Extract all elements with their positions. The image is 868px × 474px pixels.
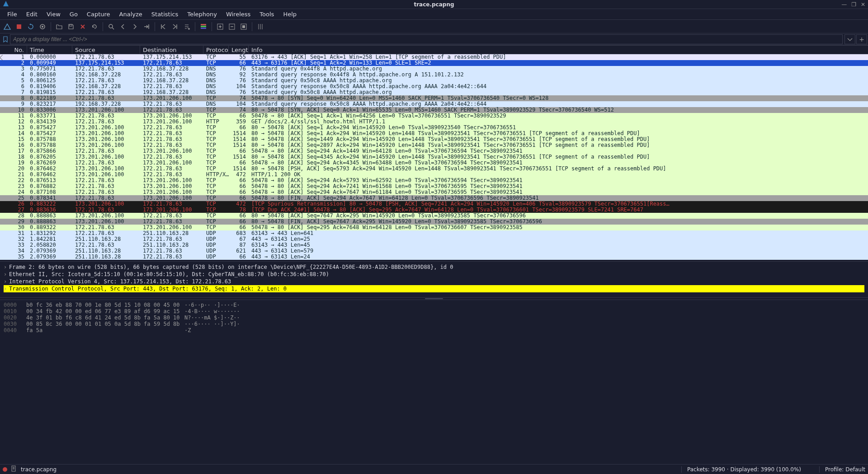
packet-row[interactable]: 342.079369251.110.163.28172.21.78.63UDP6… (0, 248, 868, 254)
menu-telephony[interactable]: Telephony (183, 9, 222, 19)
auto-scroll-icon[interactable] (181, 21, 192, 32)
packet-row[interactable]: 160.875788173.201.206.100172.21.78.63TCP… (0, 142, 868, 148)
zoom-out-icon[interactable] (226, 21, 237, 32)
menu-wireless[interactable]: Wireless (222, 9, 255, 19)
open-file-icon[interactable] (54, 21, 65, 32)
close-button[interactable]: ✕ (861, 1, 865, 8)
filter-add-button[interactable]: + (856, 34, 867, 44)
packet-list-body[interactable]: 10.000000172.21.78.63137.175.214.153TCP5… (0, 54, 868, 261)
go-forward-icon[interactable] (129, 21, 140, 32)
detail-line[interactable]: ›Transmission Control Protocol, Src Port… (4, 285, 864, 292)
packet-row[interactable]: 150.875788173.201.206.100172.21.78.63TCP… (0, 136, 868, 142)
packet-row[interactable]: 321.842281251.110.163.28172.21.78.63UDP6… (0, 236, 868, 242)
packet-row[interactable]: 332.058820172.21.78.63251.110.163.28UDP8… (0, 242, 868, 248)
resize-columns-icon[interactable] (255, 21, 266, 32)
hex-line[interactable]: 00204e 3f 01 bb f6 c8 6d 41 24 ed 5d 8b … (4, 314, 864, 321)
packet-row[interactable]: 290.888863173.201.206.100172.21.78.63TCP… (0, 219, 868, 225)
packet-row[interactable]: 120.834139172.21.78.63173.201.206.100HTT… (0, 119, 868, 125)
packet-row[interactable]: 190.876269172.21.78.63173.201.206.100TCP… (0, 160, 868, 166)
start-capture-icon[interactable] (2, 21, 13, 32)
capture-options-icon[interactable] (37, 21, 48, 32)
packet-list-header[interactable]: No. Time Source Destination Protocol Len… (0, 45, 868, 54)
zoom-reset-icon[interactable] (238, 21, 249, 32)
column-header-protocol[interactable]: Protocol (203, 46, 229, 54)
menu-statistics[interactable]: Statistics (147, 9, 183, 19)
filter-dropdown-button[interactable] (844, 34, 855, 44)
menu-capture[interactable]: Capture (82, 9, 115, 19)
packet-row[interactable]: 280.888863173.201.206.100172.21.78.63TCP… (0, 213, 868, 219)
packet-row[interactable]: 80.822189172.21.78.63173.201.206.100TCP7… (0, 95, 868, 101)
restart-capture-icon[interactable] (25, 21, 36, 32)
packet-row[interactable]: 60.819406192.168.37.228172.21.78.63DNS10… (0, 84, 868, 89)
packet-row[interactable]: 50.806125172.21.78.63192.168.37.228DNS76… (0, 78, 868, 84)
menu-file[interactable]: File (3, 9, 22, 19)
column-header-length[interactable]: Length (229, 46, 249, 54)
colorize-icon[interactable] (198, 21, 209, 32)
packet-bytes-pane[interactable]: 0000b0 fc 36 eb 88 70 00 1e 80 5d 15 10 … (0, 300, 868, 464)
expand-icon[interactable]: › (4, 271, 9, 278)
display-filter-input[interactable] (10, 34, 843, 44)
last-packet-icon[interactable] (170, 21, 180, 32)
detail-line[interactable]: ›Internet Protocol Version 4, Src: 137.1… (4, 278, 864, 285)
zoom-in-icon[interactable] (215, 21, 226, 32)
reload-icon[interactable] (89, 21, 100, 32)
menu-edit[interactable]: Edit (22, 9, 42, 19)
packet-row[interactable]: 270.883636172.21.78.63173.201.206.100TCP… (0, 207, 868, 213)
column-header-destination[interactable]: Destination (140, 46, 203, 54)
column-header-info[interactable]: Info (249, 46, 868, 54)
packet-row[interactable]: 230.876882172.21.78.63173.201.206.100TCP… (0, 183, 868, 189)
detail-line[interactable]: ›Ethernet II, Src: Icotera_5d:15:10 (00:… (4, 271, 864, 278)
expand-icon[interactable]: › (4, 278, 9, 285)
statusbar-profile[interactable]: Profile: Default (819, 466, 865, 473)
menu-tools[interactable]: Tools (255, 9, 278, 19)
column-header-source[interactable]: Source (72, 46, 140, 54)
packet-row[interactable]: 311.831292172.21.78.63251.110.163.28UDP6… (0, 230, 868, 236)
packet-row[interactable]: 40.800160192.168.37.228172.21.78.63DNS92… (0, 72, 868, 78)
packet-row[interactable]: 110.833771172.21.78.63173.201.206.100TCP… (0, 113, 868, 119)
expert-info-icon[interactable] (3, 467, 7, 472)
go-back-icon[interactable] (118, 21, 128, 32)
packet-details-pane[interactable]: ›Frame 2: 66 bytes on wire (528 bits), 6… (0, 261, 868, 297)
find-packet-icon[interactable] (106, 21, 117, 32)
packet-row[interactable]: 30.775071172.21.78.63192.168.37.228DNS76… (0, 66, 868, 72)
go-to-packet-icon[interactable] (141, 21, 152, 32)
maximize-button[interactable]: ❐ (851, 1, 856, 8)
minimize-button[interactable]: — (841, 1, 847, 8)
packet-row[interactable]: 300.889322172.21.78.63173.201.206.100TCP… (0, 225, 868, 230)
packet-row[interactable]: 240.877108172.21.78.63173.201.206.100TCP… (0, 189, 868, 195)
packet-row[interactable]: 210.876462173.201.206.100172.21.78.63HTT… (0, 172, 868, 178)
menu-view[interactable]: View (42, 9, 65, 19)
packet-row[interactable]: 260.883222173.201.206.100172.21.78.63TCP… (0, 201, 868, 207)
column-header-time[interactable]: Time (27, 46, 72, 54)
detail-line[interactable]: ›Frame 2: 66 bytes on wire (528 bits), 6… (4, 263, 864, 271)
packet-row[interactable]: 90.823217192.168.37.228172.21.78.63DNS10… (0, 101, 868, 107)
close-file-icon[interactable] (77, 21, 88, 32)
expand-icon[interactable]: › (4, 285, 9, 292)
stop-capture-icon[interactable] (14, 21, 24, 32)
menu-go[interactable]: Go (65, 9, 82, 19)
hex-line[interactable]: 001000 34 fb 42 00 00 ed 06 77 e3 89 af … (4, 308, 864, 314)
bookmark-icon[interactable] (1, 35, 10, 44)
hex-line[interactable]: 003000 85 8c 36 00 00 01 01 05 0a 5d 8b … (4, 321, 864, 327)
column-header-no[interactable]: No. (0, 46, 27, 54)
capture-file-properties-icon[interactable] (11, 465, 17, 473)
expand-icon[interactable]: › (4, 263, 9, 271)
packet-row[interactable]: 10.000000172.21.78.63137.175.214.153TCP5… (0, 54, 868, 60)
packet-row[interactable]: 130.875427173.201.206.100172.21.78.63TCP… (0, 125, 868, 131)
packet-row[interactable]: 70.819815172.21.78.63192.168.37.228DNS76… (0, 89, 868, 95)
packet-row[interactable]: 352.079369251.110.163.28172.21.78.63UDP6… (0, 254, 868, 260)
packet-row[interactable]: 20.009949137.175.214.153172.21.78.63TCP6… (0, 60, 868, 66)
packet-row[interactable]: 200.876462173.201.206.100172.21.78.63TCP… (0, 166, 868, 172)
menu-help[interactable]: Help (278, 9, 301, 19)
packet-row[interactable]: 170.875866172.21.78.63173.201.206.100TCP… (0, 148, 868, 154)
menu-analyze[interactable]: Analyze (115, 9, 147, 19)
packet-row[interactable]: 140.875427173.201.206.100172.21.78.63TCP… (0, 131, 868, 136)
save-file-icon[interactable] (66, 21, 76, 32)
first-packet-icon[interactable] (158, 21, 169, 32)
hex-line[interactable]: 0000b0 fc 36 eb 88 70 00 1e 80 5d 15 10 … (4, 302, 864, 308)
packet-row[interactable]: 100.833006173.201.206.100172.21.78.63TCP… (0, 107, 868, 113)
packet-row[interactable]: 180.876205173.201.206.100172.21.78.63TCP… (0, 154, 868, 160)
packet-row[interactable]: 250.878341172.21.78.63173.201.206.100TCP… (0, 195, 868, 201)
packet-row[interactable]: 220.876513172.21.78.63173.201.206.100TCP… (0, 178, 868, 183)
hex-line[interactable]: 0040fa 5a·Z (4, 327, 864, 333)
